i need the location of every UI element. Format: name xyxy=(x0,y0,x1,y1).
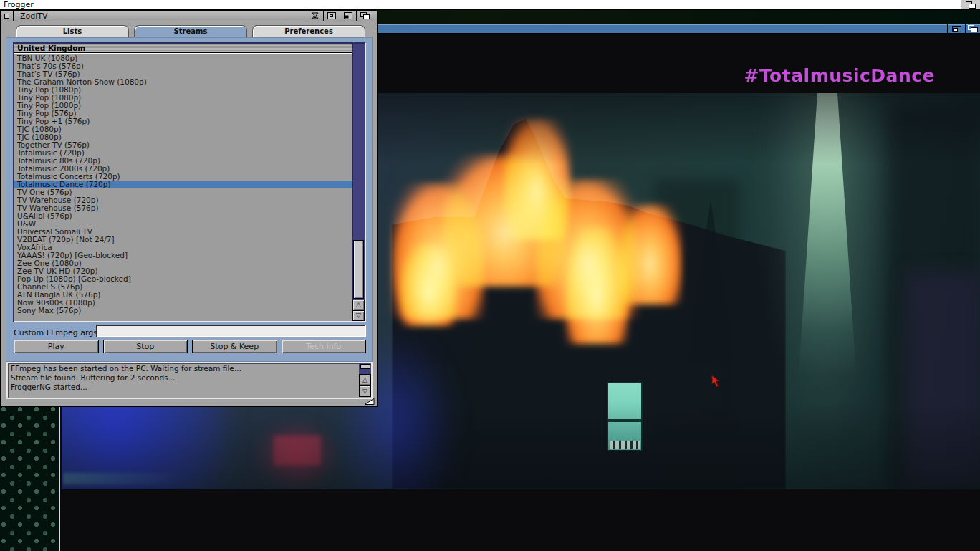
status-log-line: Stream file found. Buffering for 2 secon… xyxy=(11,373,355,383)
screen-depth-icon[interactable] xyxy=(961,0,980,9)
iconify-icon[interactable] xyxy=(323,11,340,21)
scroll-up-icon[interactable]: △ xyxy=(359,374,371,385)
workbench-screen: #TotalmusicDance xyxy=(0,0,980,551)
streams-panel: United Kingdom TBN UK (1080p) That’s 70s… xyxy=(6,37,373,362)
channel-list-item[interactable]: Sony Max (576p) xyxy=(14,307,352,315)
scrollbar-thumb[interactable] xyxy=(353,240,364,299)
status-log-lines: FFmpeg has been started on the PC. Waiti… xyxy=(11,364,355,392)
log-scrollbar[interactable]: △ ▽ xyxy=(357,363,371,398)
mouse-pointer-icon xyxy=(711,375,721,391)
titlebar-gadgets xyxy=(307,11,373,21)
zoom-icon[interactable] xyxy=(947,24,965,33)
action-button[interactable]: Stop xyxy=(103,340,188,353)
scroll-down-icon[interactable]: ▽ xyxy=(359,385,371,397)
window-title: ZodiTV xyxy=(20,11,48,21)
channel-list-item[interactable]: V2BEAT (720p) [Not 24/7] xyxy=(14,236,352,244)
close-icon[interactable] xyxy=(1,11,14,21)
ffmpeg-args-input[interactable] xyxy=(96,325,366,337)
scrollbar-thumb[interactable] xyxy=(360,364,370,369)
window-titlebar[interactable]: ZodiTV xyxy=(1,11,377,21)
video-overlay-hashtag: #TotalmusicDance xyxy=(744,65,935,86)
channel-list-item[interactable]: U&Alibi (576p) xyxy=(14,212,352,220)
status-log: FFmpeg has been started on the PC. Waiti… xyxy=(6,362,373,399)
action-button[interactable]: Play xyxy=(14,340,99,353)
depth-icon[interactable] xyxy=(965,24,980,33)
tab-bar: Lists Streams Preferences xyxy=(16,25,365,37)
tab[interactable]: Preferences xyxy=(252,25,365,37)
zoom-icon[interactable] xyxy=(340,11,356,21)
button-row: Play Stop Stop & Keep Tech Info xyxy=(14,340,366,353)
status-log-line: FFmpeg has been started on the PC. Waiti… xyxy=(11,364,355,373)
channel-list-item[interactable]: Tiny Pop +1 (576p) xyxy=(14,118,352,125)
resize-handle-icon[interactable] xyxy=(360,398,375,406)
snapshot-icon[interactable] xyxy=(307,11,323,21)
tab[interactable]: Lists xyxy=(16,25,129,37)
ffmpeg-args-label: Custom FFmpeg args: xyxy=(14,328,100,337)
list-group-header: United Kingdom xyxy=(14,44,352,53)
list-scrollbar[interactable]: △ ▽ xyxy=(352,44,365,321)
depth-icon[interactable] xyxy=(356,11,373,21)
action-button[interactable]: Tech Info xyxy=(282,340,367,353)
channel-list-item[interactable]: TJC (1080p) xyxy=(14,125,352,133)
screen-title: Frogger xyxy=(4,0,34,9)
status-log-line: FroggerNG started... xyxy=(11,383,355,392)
zoditv-window: ZodiTV Lists Streams xyxy=(0,10,378,407)
channel-listbox: United Kingdom TBN UK (1080p) That’s 70s… xyxy=(13,42,366,322)
scroll-down-icon[interactable]: ▽ xyxy=(352,310,365,321)
scroll-up-icon[interactable]: △ xyxy=(352,300,365,310)
screen-titlebar[interactable]: Frogger xyxy=(0,0,980,10)
tab[interactable]: Streams xyxy=(134,25,247,37)
channel-list: TBN UK (1080p) That’s 70s (576p) That’s … xyxy=(14,54,352,321)
action-button[interactable]: Stop & Keep xyxy=(192,340,277,353)
